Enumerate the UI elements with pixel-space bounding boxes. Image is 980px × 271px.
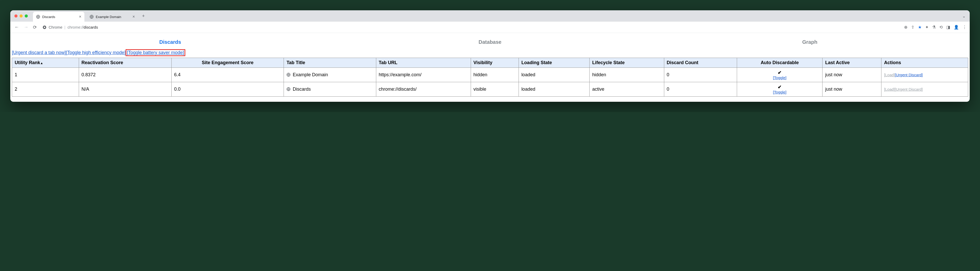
urgent-discard-now-link[interactable]: [Urgent discard a tab now] — [12, 50, 66, 55]
col-tab-url[interactable]: Tab URL — [376, 58, 471, 68]
bookmark-star-icon[interactable]: ★ — [918, 25, 921, 30]
cell-auto-discardable: ✔[Toggle] — [737, 82, 822, 97]
check-icon: ✔ — [778, 70, 781, 75]
cell-visibility: visible — [471, 82, 519, 97]
back-button[interactable]: ← — [13, 24, 20, 31]
cell-engagement: 6.4 — [172, 68, 284, 82]
urgent-discard-link[interactable]: [Urgent Discard] — [895, 73, 923, 77]
extensions-icon[interactable]: ✦ — [925, 25, 929, 30]
col-utility-rank[interactable]: Utility Rank▲ — [12, 58, 79, 68]
col-discard-count[interactable]: Discard Count — [664, 58, 737, 68]
load-link[interactable]: [Load] — [884, 87, 895, 91]
browser-toolbar: ← → ⟳ Chrome | chrome://discards ⊕ ⇧ ★ ✦… — [10, 22, 970, 33]
check-icon: ✔ — [778, 84, 781, 90]
table-row: 2N/A0.0Discardschrome://discards/visible… — [12, 82, 968, 97]
col-actions[interactable]: Actions — [881, 58, 968, 68]
browser-tab-discards[interactable]: Discards × — [33, 12, 84, 22]
cell-auto-discardable: ✔[Toggle] — [737, 68, 822, 82]
col-site-engagement[interactable]: Site Engagement Score — [172, 58, 284, 68]
new-tab-button[interactable]: + — [140, 13, 147, 19]
cell-url: https://example.com/ — [376, 68, 471, 82]
cell-engagement: 0.0 — [172, 82, 284, 97]
labs-icon[interactable]: ⚗ — [932, 25, 936, 30]
url-scheme: chrome:// — [67, 25, 84, 29]
toggle-high-efficiency-link[interactable]: [Toggle high efficiency mode] — [66, 50, 126, 55]
cell-url: chrome://discards/ — [376, 82, 471, 97]
col-auto-discardable[interactable]: Auto Discardable — [737, 58, 822, 68]
maximize-window-button[interactable] — [25, 14, 28, 18]
cell-title-text: Discards — [293, 86, 310, 92]
toggle-discardable-link[interactable]: [Toggle] — [740, 75, 820, 80]
sidepanel-icon[interactable]: ◨ — [946, 25, 950, 30]
browser-tab-example[interactable]: Example Domain × — [86, 12, 138, 22]
zoom-icon[interactable]: ⊕ — [904, 25, 907, 30]
minimize-window-button[interactable] — [19, 14, 23, 18]
tab-title: Discards — [42, 15, 55, 19]
cell-loading: loaded — [519, 82, 589, 97]
cell-title-text: Example Domain — [293, 72, 328, 77]
highlight-box: [Toggle battery saver mode] — [126, 49, 185, 56]
cell-discard-count: 0 — [664, 82, 737, 97]
cell-reactivation: N/A — [79, 82, 172, 97]
toggle-battery-saver-link[interactable]: [Toggle battery saver mode] — [127, 50, 184, 55]
reload-button[interactable]: ⟳ — [32, 24, 38, 31]
window-controls — [14, 14, 28, 18]
tab-graph[interactable]: Graph — [650, 35, 970, 49]
page-content: Discards Database Graph [Urgent discard … — [10, 33, 970, 97]
tab-title: Example Domain — [96, 15, 121, 19]
share-icon[interactable]: ⇧ — [911, 25, 915, 30]
url-path: discards — [84, 25, 98, 29]
cell-title: Discards — [284, 82, 376, 97]
svg-point-3 — [44, 27, 45, 28]
close-window-button[interactable] — [14, 14, 18, 18]
col-reactivation[interactable]: Reactivation Score — [79, 58, 172, 68]
cell-lifecycle: hidden — [590, 68, 664, 82]
cell-loading: loaded — [519, 68, 589, 82]
sort-asc-icon: ▲ — [40, 61, 43, 65]
refresh-icon[interactable]: ⟲ — [939, 25, 943, 30]
col-visibility[interactable]: Visibility — [471, 58, 519, 68]
titlebar: Discards × Example Domain × + ⌄ — [10, 10, 970, 22]
globe-icon — [36, 15, 40, 19]
cell-lifecycle: active — [590, 82, 664, 97]
page-tabs: Discards Database Graph — [10, 33, 970, 49]
top-action-links: [Urgent discard a tab now][Toggle high e… — [10, 49, 970, 57]
cell-discard-count: 0 — [664, 68, 737, 82]
urgent-discard-link[interactable]: [Urgent Discard] — [895, 87, 923, 91]
tab-discards[interactable]: Discards — [10, 35, 330, 49]
discards-table: Utility Rank▲ Reactivation Score Site En… — [12, 58, 968, 97]
menu-icon[interactable]: ⋮ — [963, 25, 967, 30]
cell-title: Example Domain — [284, 68, 376, 82]
chrome-icon — [43, 25, 46, 29]
cell-last-active: just now — [822, 82, 881, 97]
close-tab-icon[interactable]: × — [132, 14, 135, 19]
url-label-chrome: Chrome — [49, 25, 62, 29]
col-loading-state[interactable]: Loading State — [519, 58, 589, 68]
address-bar[interactable]: Chrome | chrome://discards — [40, 25, 902, 29]
cell-rank: 2 — [12, 82, 79, 97]
globe-icon — [89, 15, 94, 19]
toolbar-actions: ⊕ ⇧ ★ ✦ ⚗ ⟲ ◨ 👤 ⋮ — [904, 25, 967, 30]
cell-reactivation: 0.8372 — [79, 68, 172, 82]
col-last-active[interactable]: Last Active — [822, 58, 881, 68]
profile-icon[interactable]: 👤 — [954, 25, 959, 30]
globe-icon — [286, 73, 291, 77]
close-tab-icon[interactable]: × — [79, 14, 81, 19]
url-separator: | — [64, 25, 65, 29]
cell-actions: [Load][Urgent Discard] — [881, 68, 968, 82]
cell-visibility: hidden — [471, 68, 519, 82]
tab-database[interactable]: Database — [330, 35, 650, 49]
load-link[interactable]: [Load] — [884, 73, 895, 77]
cell-last-active: just now — [822, 68, 881, 82]
toggle-discardable-link[interactable]: [Toggle] — [740, 90, 820, 94]
forward-button[interactable]: → — [23, 24, 29, 31]
cell-rank: 1 — [12, 68, 79, 82]
tab-list-dropdown[interactable]: ⌄ — [962, 14, 966, 19]
table-row: 10.83726.4Example Domainhttps://example.… — [12, 68, 968, 82]
col-lifecycle-state[interactable]: Lifecycle State — [590, 58, 664, 68]
browser-window: Discards × Example Domain × + ⌄ ← → ⟳ Ch… — [10, 10, 970, 102]
cell-actions: [Load][Urgent Discard] — [881, 82, 968, 97]
col-tab-title[interactable]: Tab Title — [284, 58, 376, 68]
globe-icon — [286, 87, 291, 92]
